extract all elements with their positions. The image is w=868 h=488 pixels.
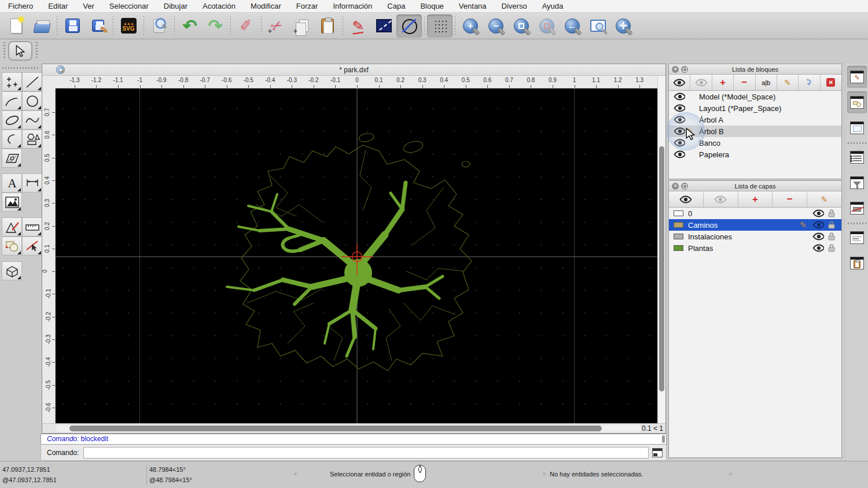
command-line-widget-button[interactable] [847, 227, 867, 249]
undo-button[interactable]: ↶ [177, 14, 203, 38]
close-icon[interactable]: ✕ [672, 183, 679, 190]
eye-icon[interactable] [674, 93, 685, 101]
ellipse-tool[interactable] [2, 110, 22, 130]
menu-modificar[interactable]: Modificar [251, 2, 281, 10]
image-tool[interactable] [2, 193, 22, 212]
layer-color-swatch[interactable] [674, 234, 683, 239]
eye-icon[interactable] [812, 209, 824, 217]
menu-capa[interactable]: Capa [387, 2, 405, 10]
redo-button[interactable]: ↷ [203, 14, 228, 38]
lock-icon[interactable] [827, 220, 837, 230]
polyline-settings-button[interactable] [371, 14, 396, 38]
tree-block[interactable] [227, 132, 472, 371]
line-tool[interactable] [22, 72, 42, 91]
circle-slash-button[interactable] [396, 14, 422, 38]
draw-order-button[interactable]: ✎ [345, 14, 371, 38]
toolbar-handle[interactable] [3, 42, 5, 60]
horizontal-scrollbar-thumb[interactable] [69, 426, 602, 431]
print-preview-button[interactable] [146, 14, 172, 38]
menu-dibujar[interactable]: Dibujar [164, 2, 187, 10]
selection-tool-button[interactable] [8, 41, 32, 61]
layer-row-plantas[interactable]: Plantas [669, 242, 841, 254]
block-panel-title-bar[interactable]: ✕ Lista de bloques [669, 64, 841, 75]
layer-color-swatch[interactable] [674, 245, 683, 251]
detach-icon[interactable] [681, 183, 688, 190]
eye-icon[interactable] [674, 139, 685, 147]
solid-3d-tool[interactable] [2, 261, 22, 280]
hide-all-layers-button[interactable] [704, 191, 738, 207]
open-file-button[interactable] [29, 14, 54, 38]
document-title-bar[interactable]: * park.dxf [42, 64, 665, 76]
new-file-button[interactable] [3, 14, 29, 38]
circle-tool[interactable] [22, 91, 42, 110]
hatch-tool[interactable] [2, 149, 22, 168]
command-options-button[interactable] [652, 448, 663, 457]
spline-tool[interactable] [22, 110, 42, 130]
eye-icon[interactable] [674, 116, 685, 124]
lock-icon[interactable] [827, 243, 837, 253]
zoom-pan-button[interactable]: ✛ [610, 14, 636, 38]
menu-ver[interactable]: Ver [83, 2, 94, 10]
menu-diverso[interactable]: Diverso [502, 2, 527, 10]
palette-handle[interactable] [2, 67, 39, 69]
modify-tool[interactable] [2, 217, 22, 236]
menu-fichero[interactable]: Fichero [8, 2, 33, 10]
lock-icon[interactable] [827, 232, 837, 241]
block-list-widget-button[interactable]: ✎ [847, 66, 867, 88]
toggle-block-visibility-button[interactable]: ✕ [821, 75, 841, 90]
pen-toolbar-widget-button[interactable] [847, 197, 867, 219]
layer-row-instalaciones[interactable]: Instalaciones [669, 231, 841, 242]
eye-icon[interactable] [812, 221, 824, 229]
arc-tool[interactable] [2, 91, 22, 110]
cut-button[interactable]: ✂+ [264, 14, 289, 38]
drawing-canvas[interactable] [56, 88, 659, 424]
history-scrollbar-thumb[interactable] [662, 435, 665, 443]
layer-row-0[interactable]: 0 [669, 208, 841, 219]
lock-icon[interactable] [827, 209, 837, 218]
selection-filter-widget-button[interactable] [847, 172, 867, 194]
menu-acotacion[interactable]: Acotación [203, 2, 236, 10]
select-entity-tool[interactable] [22, 236, 42, 256]
block-row-model[interactable]: Model (*Model_Space) [669, 91, 841, 102]
layer-color-swatch[interactable] [674, 210, 683, 216]
zoom-previous-button[interactable]: ← [560, 14, 585, 38]
menu-forzar[interactable]: Forzar [296, 2, 318, 10]
toolbar-handle[interactable] [36, 42, 38, 60]
eye-icon[interactable] [674, 127, 685, 135]
measure-tool[interactable] [22, 217, 42, 236]
trim-tool[interactable] [2, 236, 22, 256]
zoom-auto-button[interactable] [509, 14, 534, 38]
horizontal-scrollbar[interactable] [56, 425, 641, 432]
eye-icon[interactable] [812, 244, 824, 252]
add-layer-button[interactable]: + [738, 191, 773, 207]
vertical-scrollbar-thumb[interactable] [659, 146, 664, 391]
layer-color-swatch[interactable] [674, 222, 683, 228]
command-input[interactable] [83, 447, 649, 459]
close-icon[interactable]: ✕ [672, 66, 679, 73]
save-button[interactable] [60, 14, 85, 38]
block-row-arbol-a[interactable]: Árbol A [669, 114, 841, 125]
remove-block-button[interactable]: − [734, 75, 755, 90]
copy-button[interactable]: + [289, 14, 315, 38]
show-all-layers-button[interactable] [669, 191, 704, 207]
detach-icon[interactable] [681, 66, 688, 73]
paste-button[interactable] [315, 14, 340, 38]
block-row-layout1[interactable]: Layout1 (*Paper_Space) [669, 102, 841, 114]
edit-layer-button[interactable]: ✎ [807, 191, 841, 207]
menu-ayuda[interactable]: Ayuda [542, 2, 564, 10]
block-row-arbol-b[interactable]: ✎ Árbol B [669, 125, 841, 137]
layer-panel-title-bar[interactable]: ✕ Lista de capas [669, 181, 841, 191]
menu-editar[interactable]: Editar [48, 2, 68, 10]
zoom-in-button[interactable]: + [458, 14, 483, 38]
block-row-papelera[interactable]: Papelera [669, 149, 841, 160]
insert-block-button[interactable] [799, 75, 820, 90]
zoom-out-button[interactable]: − [483, 14, 509, 38]
eye-icon[interactable] [674, 104, 685, 112]
eye-icon[interactable] [812, 232, 824, 241]
library-browser-widget-button[interactable] [847, 91, 867, 113]
menu-seleccionar[interactable]: Seleccionar [109, 2, 149, 10]
preview-widget-button[interactable] [847, 117, 867, 139]
show-all-blocks-button[interactable] [669, 75, 690, 90]
vertical-scrollbar[interactable] [657, 76, 665, 424]
menu-bloque[interactable]: Bloque [420, 2, 443, 10]
